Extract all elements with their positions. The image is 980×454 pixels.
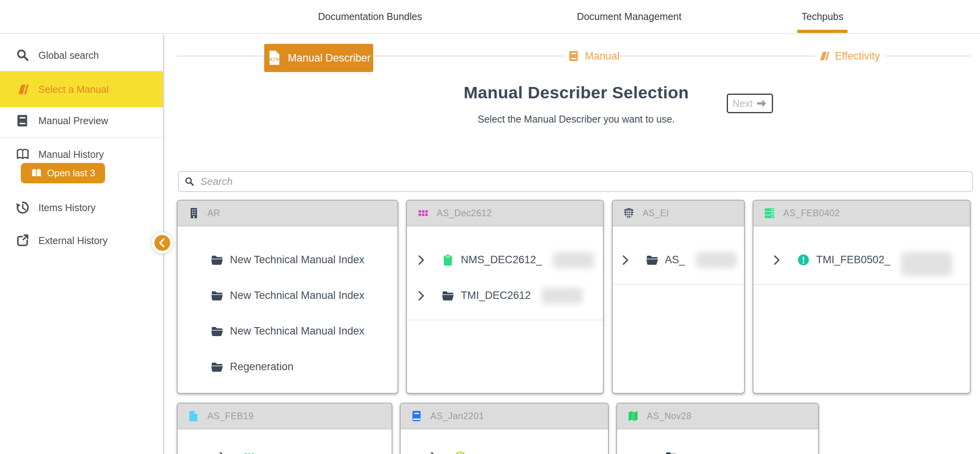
card-title: AS_Jan2201	[430, 411, 484, 421]
sidebar-item-label: Items History	[38, 202, 96, 213]
sidebar-item-manual-preview[interactable]: Manual Preview	[0, 103, 163, 139]
server-icon	[764, 207, 775, 219]
card-header[interactable]: AS_Nov28	[617, 403, 818, 429]
card-header[interactable]: AS_Dec2612	[407, 201, 603, 226]
card-title: AS_EI	[642, 208, 669, 219]
open-last-3-button[interactable]: Open last 3	[21, 163, 105, 183]
stepper-connector	[886, 56, 971, 56]
describer-card-as_ei: AS_EIAS_	[612, 200, 745, 394]
card-header[interactable]: AS_Jan2201	[401, 403, 608, 429]
card-item-row[interactable]: Regeneration	[211, 349, 364, 385]
redacted-text-blur	[901, 252, 952, 276]
alert-circle-icon	[797, 253, 810, 266]
folder-open-icon	[665, 450, 678, 454]
top-navigation: Documentation BundlesDocument Management…	[0, 0, 980, 34]
card-header[interactable]: AS_EI	[613, 201, 744, 226]
stepper-step-label: Manual	[585, 50, 620, 62]
next-button[interactable]: Next	[727, 94, 773, 113]
book-open-icon	[16, 147, 30, 161]
page-title: Manual Describer Selection	[396, 83, 757, 102]
history-icon	[16, 201, 30, 215]
folder-open-icon	[211, 253, 223, 266]
card-items-section: New Technical Manual IndexNew Technical …	[211, 226, 364, 391]
sidebar-collapse-button[interactable]	[152, 232, 173, 253]
wing-icon	[16, 82, 30, 96]
card-item-row[interactable]: NMS_DEC2612_	[416, 242, 594, 278]
map-icon	[627, 410, 639, 422]
card-item-row[interactable]: New Technical Manual Index	[211, 242, 364, 278]
grid-dots-icon	[243, 450, 256, 454]
sidebar-item-label: Manual Preview	[38, 115, 108, 127]
sidebar-item-manual-history[interactable]: Manual History	[0, 143, 163, 165]
sidebar-item-select-manual[interactable]: Select a Manual	[0, 71, 163, 107]
item-label: New Technical Manual Index	[230, 289, 364, 302]
active-tab-underline	[797, 30, 848, 33]
folder-open-icon	[211, 360, 223, 373]
redacted-text-blur	[542, 288, 583, 304]
external-icon	[16, 233, 30, 248]
card-item-row[interactable]	[665, 439, 678, 454]
describer-card-as_dec2612: AS_Dec2612NMS_DEC2612_TMI_DEC2612	[406, 200, 604, 394]
next-button-label: Next	[733, 98, 753, 109]
card-items-section: NMS_DEC2612_TMI_DEC2612	[407, 226, 603, 320]
svg-text:</>: </>	[269, 56, 279, 62]
book-closed-icon	[16, 114, 30, 128]
chevron-right-icon[interactable]	[771, 254, 783, 266]
card-item-row[interactable]: TMI_FEB0502_	[771, 242, 952, 278]
search-input[interactable]	[200, 175, 967, 188]
item-label: TMI_DEC2612	[461, 289, 531, 302]
open-last-3-label: Open last 3	[47, 168, 95, 179]
card-title: AS_FEB19	[207, 411, 254, 421]
card-item-row[interactable]: New Technical Manual Index	[211, 313, 364, 349]
folder-open-icon	[211, 325, 223, 338]
card-header[interactable]: AS_FEB19	[178, 403, 392, 429]
describer-card-as_nov28: AS_Nov28	[616, 403, 819, 454]
card-item-row[interactable]: New Technical Manual Index	[211, 278, 364, 313]
page-subtitle: Select the Manual Describer you want to …	[396, 114, 757, 125]
card-items-section: TMI_FEB0502_	[753, 226, 970, 285]
wing-icon	[818, 50, 830, 62]
tab-document-management[interactable]: Document Management	[570, 0, 688, 33]
clipboard-icon	[441, 253, 454, 266]
card-title: AS_FEB0402	[783, 208, 840, 219]
book-open-filled-icon	[31, 167, 42, 179]
card-item-row[interactable]	[428, 439, 467, 454]
item-label: New Technical Manual Index	[230, 325, 364, 337]
sidebar-item-items-history[interactable]: Items History	[0, 190, 163, 226]
chevron-right-icon[interactable]	[620, 254, 632, 266]
card-item-row[interactable]: TMI_DEC2612	[416, 278, 594, 313]
tab-techpubs[interactable]: Techpubs	[783, 0, 862, 33]
folder-open-icon	[211, 289, 223, 302]
folder-open-icon	[646, 253, 659, 266]
redacted-text-blur	[696, 252, 737, 268]
chevron-right-icon[interactable]	[217, 451, 229, 454]
clipboard-icon	[454, 450, 467, 454]
sidebar-item-global-search[interactable]: Global search	[0, 37, 163, 73]
tab-documentation-bundles[interactable]: Documentation Bundles	[311, 0, 429, 33]
search-icon	[184, 176, 195, 187]
item-label: Regeneration	[230, 361, 293, 373]
sidebar-item-label: External History	[38, 235, 107, 246]
describer-card-as_feb0402: AS_FEB0402TMI_FEB0502_	[753, 200, 971, 394]
stepper-step-manual-describer[interactable]: </>Manual Describer	[264, 44, 373, 72]
sidebar-item-label: Global search	[38, 50, 99, 61]
app: { "colors":{ "accent":"#E0911A","accent_…	[0, 0, 980, 454]
stepper-step-label: Effectivity	[835, 50, 880, 62]
chevron-right-icon[interactable]	[416, 290, 427, 302]
grid-dots-icon	[417, 207, 429, 219]
stepper-step-manual: Manual	[568, 47, 620, 65]
arrow-right-icon	[756, 98, 767, 109]
card-item-row[interactable]	[217, 439, 256, 454]
redacted-text-blur	[553, 252, 594, 268]
sidebar-item-external-history[interactable]: External History	[0, 222, 163, 259]
card-title: AR	[207, 208, 220, 219]
chevron-right-icon[interactable]	[416, 254, 427, 266]
card-header[interactable]: AR	[178, 201, 397, 226]
file-icon	[188, 410, 200, 422]
card-header[interactable]: AS_FEB0402	[753, 201, 970, 226]
stepper-connector	[177, 56, 264, 56]
magnifier-icon	[16, 48, 30, 62]
sidebar: Global searchSelect a ManualManual Previ…	[0, 34, 164, 454]
chevron-right-icon[interactable]	[428, 451, 440, 454]
card-item-row[interactable]: AS_	[620, 242, 737, 278]
